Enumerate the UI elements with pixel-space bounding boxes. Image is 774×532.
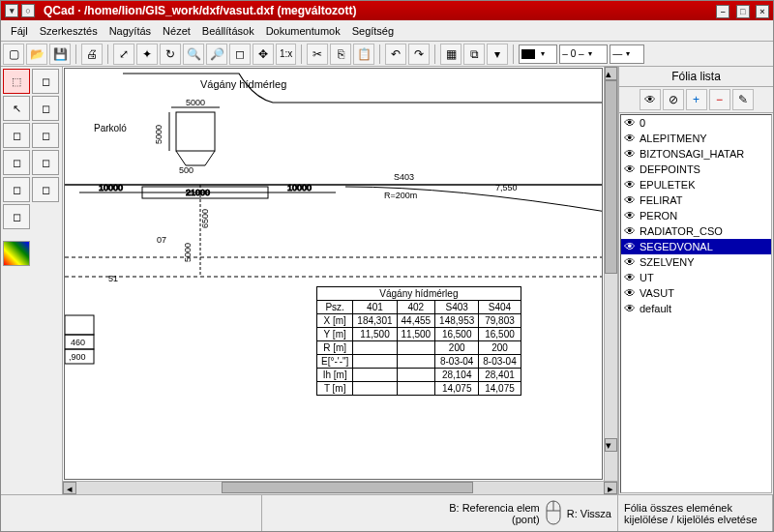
label-parkolo: Parkoló bbox=[94, 123, 127, 133]
eye-icon: 👁 bbox=[624, 224, 636, 238]
layers-icon[interactable]: ⧉ bbox=[463, 44, 485, 65]
layer-item[interactable]: 👁RADIATOR_CSO bbox=[621, 223, 771, 239]
tool-2b-icon[interactable]: ◻ bbox=[32, 96, 59, 121]
layer-name: SZELVENY bbox=[640, 256, 695, 268]
layer-item[interactable]: 👁default bbox=[621, 301, 771, 316]
layer-edit-icon[interactable]: ✎ bbox=[732, 89, 754, 110]
tool-5a-icon[interactable]: ◻ bbox=[3, 177, 30, 202]
svg-text:21000: 21000 bbox=[186, 188, 210, 197]
tool-3a-icon[interactable]: ◻ bbox=[3, 123, 30, 148]
vertical-scrollbar[interactable]: ▴ ▾ bbox=[604, 67, 617, 481]
tool-pointer-icon[interactable]: ↖ bbox=[3, 96, 30, 121]
tool-b-icon[interactable]: ✦ bbox=[136, 44, 158, 65]
window-pin-icon[interactable]: ○ bbox=[21, 4, 35, 17]
grid-icon[interactable]: ▦ bbox=[440, 44, 461, 65]
svg-text:6500: 6500 bbox=[200, 209, 210, 228]
layer-add-icon[interactable]: + bbox=[686, 89, 707, 110]
zoom-pan-icon[interactable]: ✥ bbox=[253, 44, 274, 65]
layer-item[interactable]: 👁BIZTONSAGI_HATAR bbox=[621, 146, 771, 162]
layer-item[interactable]: 👁EPULETEK bbox=[621, 177, 771, 192]
svg-text:5000: 5000 bbox=[186, 98, 205, 107]
zoom-in-icon[interactable]: 🔍 bbox=[183, 44, 204, 65]
tool-4b-icon[interactable]: ◻ bbox=[32, 150, 59, 175]
layer-item[interactable]: 👁DEFPOINTS bbox=[621, 162, 771, 177]
zoom-out-icon[interactable]: 🔎 bbox=[206, 44, 227, 65]
linetype-combo[interactable]: —▾ bbox=[610, 44, 644, 64]
tool-3b-icon[interactable]: ◻ bbox=[32, 123, 59, 148]
tool-4a-icon[interactable]: ◻ bbox=[3, 150, 30, 175]
eye-icon: 👁 bbox=[624, 178, 636, 192]
menu-help[interactable]: Segítség bbox=[346, 23, 400, 39]
status-left-pont: (pont) bbox=[449, 514, 540, 525]
layer-name: RADIATOR_CSO bbox=[640, 225, 723, 237]
redo-icon[interactable]: ↷ bbox=[408, 44, 430, 65]
layer-item[interactable]: 👁VASUT bbox=[621, 285, 771, 301]
svg-text:R=200m: R=200m bbox=[384, 191, 417, 200]
menu-file[interactable]: Fájl bbox=[5, 23, 34, 39]
svg-rect-0 bbox=[176, 112, 215, 151]
menu-settings[interactable]: Beállítások bbox=[196, 23, 260, 39]
tool-6a-icon[interactable]: ◻ bbox=[3, 204, 30, 229]
layer-toolbar: 👁 ⊘ + − ✎ bbox=[619, 87, 773, 113]
layer-item[interactable]: 👁UT bbox=[621, 270, 771, 285]
layer-item[interactable]: 👁PERON bbox=[621, 208, 771, 223]
maximize-icon[interactable]: □ bbox=[736, 5, 750, 18]
eye-icon: 👁 bbox=[624, 163, 636, 176]
print-icon[interactable]: 🖨 bbox=[81, 44, 103, 65]
menu-view[interactable]: Nézet bbox=[157, 23, 196, 39]
window-title: QCad · /home/lion/GIS_work/dxf/vasut.dxf… bbox=[44, 4, 713, 17]
mouse-icon bbox=[544, 499, 563, 528]
copy-icon[interactable]: ⎘ bbox=[330, 44, 351, 65]
layer-name: default bbox=[640, 303, 671, 314]
redraw-icon[interactable]: ↻ bbox=[160, 44, 181, 65]
tool-a-icon[interactable]: ⤢ bbox=[113, 44, 134, 65]
svg-text:5000: 5000 bbox=[154, 125, 164, 144]
layer-name: EPULETEK bbox=[640, 179, 695, 191]
cut-icon[interactable]: ✂ bbox=[307, 44, 328, 65]
paste-icon[interactable]: 📋 bbox=[353, 44, 374, 65]
layer-item[interactable]: 👁SZELVENY bbox=[621, 254, 771, 270]
minimize-icon[interactable]: – bbox=[716, 5, 729, 18]
close-icon[interactable]: × bbox=[756, 5, 769, 18]
undo-icon[interactable]: ↶ bbox=[385, 44, 406, 65]
eye-icon: 👁 bbox=[624, 240, 636, 253]
tool-color-icon[interactable] bbox=[3, 241, 30, 266]
layer-list[interactable]: 👁0👁ALEPITMENY👁BIZTONSAGI_HATAR👁DEFPOINTS… bbox=[620, 114, 772, 493]
drawing-canvas[interactable]: Vágány hídmérleg Parkoló 5000 5000 500 bbox=[64, 68, 603, 480]
menu-edit[interactable]: Szerkesztés bbox=[34, 23, 104, 39]
save-icon[interactable]: 💾 bbox=[49, 44, 71, 65]
open-icon[interactable]: 📂 bbox=[26, 44, 47, 65]
layer-item[interactable]: 👁FELIRAT bbox=[621, 192, 771, 208]
tool-1b-icon[interactable]: ◻ bbox=[32, 69, 59, 94]
layer-hideall-icon[interactable]: ⊘ bbox=[663, 89, 684, 110]
status-left-b: B: Referencia elem bbox=[449, 502, 540, 514]
color-combo[interactable]: ▾ bbox=[519, 44, 557, 64]
zoom-ratio-button[interactable]: 1:x bbox=[276, 44, 296, 65]
layer-name: FELIRAT bbox=[640, 194, 682, 206]
dropdown-icon[interactable]: ▾ bbox=[487, 44, 508, 65]
eye-icon: 👁 bbox=[624, 116, 636, 130]
svg-text:,900: ,900 bbox=[69, 352, 86, 362]
eye-icon: 👁 bbox=[624, 209, 636, 222]
horizontal-scrollbar[interactable]: ◂ ▸ bbox=[63, 481, 617, 494]
tool-select-icon[interactable]: ⬚ bbox=[3, 69, 30, 94]
layer-remove-icon[interactable]: − bbox=[709, 89, 730, 110]
zoom-window-icon[interactable]: ◻ bbox=[229, 44, 251, 65]
linewidth-combo[interactable]: – 0 –▾ bbox=[559, 44, 608, 64]
layer-name: 0 bbox=[640, 117, 645, 129]
data-table: Vágány hídmérleg Psz.401402S403S404 X [m… bbox=[316, 286, 521, 396]
layer-name: PERON bbox=[640, 210, 677, 222]
new-icon[interactable]: ▢ bbox=[3, 44, 24, 65]
layer-item[interactable]: 👁0 bbox=[621, 115, 771, 131]
menu-documents[interactable]: Dokumentumok bbox=[260, 23, 346, 39]
svg-text:460: 460 bbox=[71, 338, 85, 347]
layer-item[interactable]: 👁ALEPITMENY bbox=[621, 131, 771, 146]
svg-text:10000: 10000 bbox=[287, 183, 312, 192]
menu-zoom[interactable]: Nagyítás bbox=[104, 23, 157, 39]
status-info: Fólia összes elemének kijelölése / kijel… bbox=[618, 495, 773, 531]
layer-showall-icon[interactable]: 👁 bbox=[640, 89, 661, 110]
eye-icon: 👁 bbox=[624, 132, 636, 145]
layer-item[interactable]: 👁SEGEDVONAL bbox=[621, 239, 771, 254]
window-menu-icon[interactable]: ▾ bbox=[5, 4, 18, 17]
tool-5b-icon[interactable]: ◻ bbox=[32, 177, 59, 202]
